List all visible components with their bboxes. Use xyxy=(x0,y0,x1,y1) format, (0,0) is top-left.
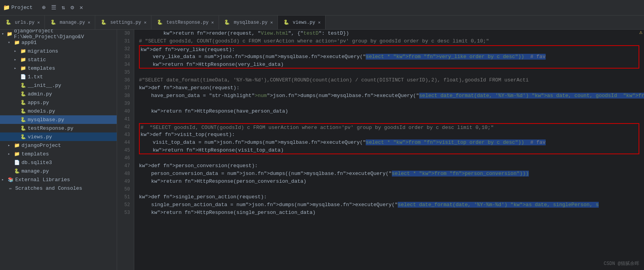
file-icon-djangoProject-sub: 📁 xyxy=(13,143,20,148)
code-line-46 xyxy=(139,154,639,162)
sidebar-item-models-py[interactable]: 🐍models.py xyxy=(0,107,117,115)
tab-mysqlbase[interactable]: 🐍mysqlbase.py✕ xyxy=(219,16,278,29)
main-content: 📁djangoProject F:\Web_Project\Django&V📁a… xyxy=(0,30,644,270)
tab-settings[interactable]: 🐍settings.py✕ xyxy=(95,16,151,29)
sidebar-label-1txt: 1.txt xyxy=(28,74,43,80)
line-num-51: 51 xyxy=(120,193,130,201)
sidebar-label-manage-py: manage.py xyxy=(21,168,49,174)
sidebar-item-init-py[interactable]: 🐍__init__.py xyxy=(0,81,117,90)
code-line-47: kw">def fn">person_conversion(request): xyxy=(139,162,639,170)
tab-icon-settings: 🐍 xyxy=(100,19,107,25)
file-icon-1txt: 📄 xyxy=(20,74,27,80)
warning-icon: ⚠ xyxy=(639,29,642,35)
code-editor: 3031323334353637383940414243444546474849… xyxy=(117,30,644,270)
arrow-templates-root xyxy=(8,152,13,156)
code-line-41 xyxy=(139,115,639,123)
line-num-38: 38 xyxy=(120,92,130,100)
sidebar-item-views-py[interactable]: 🐍views.py xyxy=(0,132,117,141)
tab-close-manage[interactable]: ✕ xyxy=(88,20,91,25)
tab-close-mysqlbase[interactable]: ✕ xyxy=(270,20,273,25)
code-line-48: person_conversion_data = num">json.fn">d… xyxy=(139,170,639,178)
line-num-48: 48 xyxy=(120,170,130,178)
collapse-icon[interactable]: ⇅ xyxy=(60,3,67,12)
code-line-50 xyxy=(139,185,639,193)
code-line-31: # "SELECT goodsId, COUNT(goodsId) c FROM… xyxy=(139,37,639,45)
file-icon-testResponse-py: 🐍 xyxy=(20,125,27,131)
sidebar-item-static[interactable]: 📁static xyxy=(0,55,117,64)
arrow-templates-app01 xyxy=(14,66,20,71)
sidebar-item-apps-py[interactable]: 🐍apps.py xyxy=(0,98,117,107)
code-line-52: single_person_action_data = num">json.fn… xyxy=(139,201,639,209)
line-num-32: 32 xyxy=(120,45,130,53)
line-num-35: 35 xyxy=(120,69,130,76)
line-num-41: 41 xyxy=(120,115,130,123)
file-icon-db-sqlite3: 📄 xyxy=(13,160,20,166)
code-line-43: kw">def fn">visit_top(request): xyxy=(139,131,639,139)
top-bar: 📁 Project ⊕ ☰ ⇅ ⚙ ✕ xyxy=(0,0,644,16)
tab-icon-mysqlbase: 🐍 xyxy=(224,19,231,25)
code-line-32: kw">def fn">very_like(request): xyxy=(139,45,639,53)
line-num-40: 40 xyxy=(120,108,130,115)
arrow-djangoProject-sub xyxy=(8,143,13,148)
sidebar-item-templates-root[interactable]: 📁templates xyxy=(0,150,117,158)
code-line-42: # "SELECT goodsId, COUNT(goodsId) c FROM… xyxy=(139,123,639,131)
tab-urls[interactable]: 🐍urls.py✕ xyxy=(0,16,45,29)
sidebar-label-init-py: __init__.py xyxy=(28,83,61,88)
sidebar: 📁djangoProject F:\Web_Project\Django&V📁a… xyxy=(0,30,117,270)
file-icon-static: 📁 xyxy=(20,57,27,63)
sidebar-item-1txt[interactable]: 📄1.txt xyxy=(0,72,117,81)
sidebar-label-admin-py: admin.py xyxy=(28,91,52,97)
code-line-45: kw">return fn">HttpResponse(visit_top_da… xyxy=(139,146,639,154)
sidebar-item-mysqlbase-py[interactable]: 🐍mysqlbase.py xyxy=(0,115,117,124)
sidebar-label-templates-root: templates xyxy=(21,151,49,157)
sidebar-item-admin-py[interactable]: 🐍admin.py xyxy=(0,90,117,98)
sidebar-item-scratches[interactable]: ✏️Scratches and Consoles xyxy=(0,184,117,192)
tab-close-views[interactable]: ✕ xyxy=(318,20,321,25)
project-label[interactable]: Project xyxy=(11,5,33,11)
add-icon[interactable]: ⊕ xyxy=(41,3,47,12)
sidebar-label-djangoProject-sub: djangoProject xyxy=(21,143,61,148)
tab-close-urls[interactable]: ✕ xyxy=(37,20,40,25)
tab-icon-views: 🐍 xyxy=(283,19,290,25)
file-icon-djangoProject-root: 📁 xyxy=(7,31,13,37)
tab-close-settings[interactable]: ✕ xyxy=(144,20,147,25)
arrow-app01 xyxy=(8,40,13,45)
gear-icon[interactable]: ⚙ xyxy=(69,3,76,12)
tab-icon-urls: 🐍 xyxy=(5,19,12,25)
line-num-33: 33 xyxy=(120,53,130,61)
sidebar-item-migrations[interactable]: 📁migrations xyxy=(0,47,117,55)
line-num-52: 52 xyxy=(120,201,130,209)
line-numbers: 3031323334353637383940414243444546474849… xyxy=(117,30,134,270)
sidebar-item-djangoProject-root[interactable]: 📁djangoProject F:\Web_Project\Django&V xyxy=(0,30,117,38)
sidebar-label-views-py: views.py xyxy=(28,134,52,140)
list-icon[interactable]: ☰ xyxy=(50,3,58,12)
tab-label-testResponse: testResponse.py xyxy=(166,20,208,25)
sidebar-label-app01: app01 xyxy=(21,40,37,46)
tab-icon-manage: 🐍 xyxy=(50,19,57,25)
file-icon-init-py: 🐍 xyxy=(20,83,27,88)
close-icon[interactable]: ✕ xyxy=(78,3,85,12)
file-icon-views-py: 🐍 xyxy=(20,134,27,140)
sidebar-label-models-py: models.py xyxy=(28,108,55,114)
tab-manage[interactable]: 🐍manage.py✕ xyxy=(45,16,95,29)
top-bar-icons: ⊕ ☰ ⇅ ⚙ ✕ xyxy=(41,3,85,12)
code-line-44: visit_top_data = num">json.fn">dumps(num… xyxy=(139,139,639,146)
sidebar-item-manage-py[interactable]: 🐍manage.py xyxy=(0,167,117,175)
code-lines[interactable]: kw">return fn">render(request, "View.htm… xyxy=(134,30,644,270)
file-icon-scratches: ✏️ xyxy=(7,185,14,191)
tab-views[interactable]: 🐍views.py✕ xyxy=(278,16,326,29)
file-icon-mysqlbase-py: 🐍 xyxy=(20,117,27,123)
project-icon: 📁 xyxy=(3,4,10,11)
sidebar-label-scratches: Scratches and Consoles xyxy=(15,185,82,191)
arrow-static xyxy=(14,57,20,62)
sidebar-label-djangoProject-root: djangoProject F:\Web_Project\Django&V xyxy=(14,30,115,40)
tab-testResponse[interactable]: 🐍testResponse.py✕ xyxy=(151,16,219,29)
sidebar-label-external-libs: External Libraries xyxy=(15,177,70,183)
sidebar-item-db-sqlite3[interactable]: 📄db.sqlite3 xyxy=(0,158,117,167)
sidebar-item-testResponse-py[interactable]: 🐍testResponse.py xyxy=(0,124,117,132)
tab-close-testResponse[interactable]: ✕ xyxy=(211,20,214,25)
sidebar-item-external-libs[interactable]: 📚External Libraries xyxy=(0,175,117,184)
tab-label-settings: settings.py xyxy=(110,20,141,25)
sidebar-item-djangoProject-sub[interactable]: 📁djangoProject xyxy=(0,141,117,150)
sidebar-item-templates-app01[interactable]: 📁templates xyxy=(0,64,117,72)
